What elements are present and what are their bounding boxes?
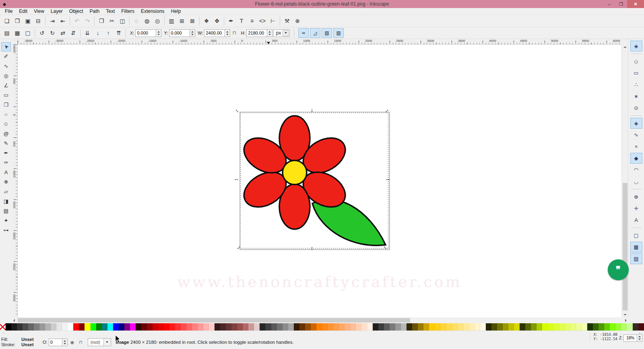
color-swatch[interactable] [316,323,322,331]
color-swatch[interactable] [621,323,627,331]
y-spinner[interactable] [190,29,195,37]
import-button[interactable]: ⇥ [47,16,58,26]
color-swatch[interactable] [175,323,181,331]
color-swatch[interactable] [604,323,610,331]
color-swatch[interactable] [440,323,446,331]
color-swatch[interactable] [610,323,615,331]
color-swatch[interactable] [169,323,175,331]
selection-handle-n[interactable]: ↕ [309,107,315,113]
color-swatch[interactable] [181,323,186,331]
color-swatch[interactable] [475,323,480,331]
snap-page-border-button[interactable]: ▢ [630,230,642,241]
text-tool[interactable]: A [1,168,11,177]
color-swatch[interactable] [226,323,231,331]
menu-view[interactable]: View [31,8,47,15]
color-swatch[interactable] [553,323,559,331]
scale-gradients-toggle[interactable]: ▧ [322,28,332,38]
selector-tool[interactable]: ➤ [1,42,11,51]
fill-stroke-indicator[interactable]: Fill:Unset Stroke:Unset [0,337,40,347]
color-swatch[interactable] [587,323,593,331]
box3d-tool[interactable]: ❒ [1,100,11,109]
align-dialog-button[interactable]: ⊢ [268,16,278,26]
fill-stroke-dialog-button[interactable]: ✒ [226,16,236,26]
snap-bbox-button[interactable]: ◇ [630,56,642,67]
color-swatch[interactable] [469,323,475,331]
layer-lock-icon[interactable]: ⊓ [77,339,85,346]
paste-button[interactable]: ◫ [117,16,128,26]
color-swatch[interactable] [412,323,418,331]
color-swatch[interactable] [378,323,384,331]
color-swatch[interactable] [322,323,328,331]
node-tool[interactable]: ✐ [1,52,11,61]
color-swatch[interactable] [91,323,96,331]
color-swatch[interactable] [119,323,124,331]
color-swatch[interactable] [384,323,390,331]
color-swatch[interactable] [328,323,333,331]
color-swatch[interactable] [373,323,378,331]
menu-filters[interactable]: Filters [118,8,138,15]
color-swatch[interactable] [186,323,192,331]
color-swatch[interactable] [141,323,147,331]
menu-file[interactable]: File [2,8,16,15]
connector-tool[interactable]: ⊶ [1,226,11,235]
xml-editor-button[interactable]: <> [257,16,268,26]
flip-vertical-button[interactable]: ⇵ [68,28,78,38]
color-swatch[interactable] [39,323,45,331]
color-swatch[interactable] [367,323,373,331]
select-all-button[interactable]: ▤ [2,28,12,38]
snap-enable-button[interactable]: ◈ [630,41,642,51]
color-swatch[interactable] [503,323,508,331]
copy-button[interactable]: ❒ [96,16,107,26]
color-swatch[interactable] [231,323,237,331]
color-swatch[interactable] [345,323,350,331]
snap-bbox-corners-button[interactable]: ∴ [630,79,642,90]
color-swatch[interactable] [158,323,164,331]
text-dialog-button[interactable]: T [236,16,247,26]
color-swatch[interactable] [203,323,209,331]
color-swatch[interactable] [633,323,638,331]
snap-nodes-button[interactable]: ◈ [630,118,642,129]
color-swatch[interactable] [361,323,367,331]
menu-layer[interactable]: Layer [47,8,66,15]
color-swatch[interactable] [339,323,345,331]
w-spinner[interactable] [225,29,230,37]
snap-paths-button[interactable]: ∿ [630,129,642,140]
color-swatch[interactable] [96,323,102,331]
snap-object-centers-button[interactable]: ⊕ [630,191,642,202]
snap-midpoints-button[interactable]: ◡ [630,176,642,187]
layer-visibility-icon[interactable]: ◉ [69,339,76,346]
export-button[interactable]: ⇤ [58,16,68,26]
rotate-cw-button[interactable]: ↻ [47,28,58,38]
color-swatch[interactable] [79,323,85,331]
deselect-button[interactable]: ▢ [23,28,33,38]
lower-button[interactable]: ↓ [93,28,103,38]
snap-path-intersections-button[interactable]: × [630,141,642,152]
document-properties-button[interactable]: ⊗ [292,16,303,26]
color-swatch[interactable] [576,323,582,331]
color-swatch[interactable] [271,323,277,331]
layer-dropdown[interactable]: (root) [88,338,111,346]
color-swatch[interactable] [283,323,288,331]
restore-button[interactable]: ❐ [615,0,627,8]
snap-text-baseline-button[interactable]: A [630,215,642,226]
color-swatch[interactable] [220,323,226,331]
color-swatch[interactable] [192,323,198,331]
duplicate-button[interactable]: ▥ [166,16,177,26]
scroll-right-icon[interactable] [625,319,627,322]
color-swatch[interactable] [305,323,311,331]
ellipse-tool[interactable]: ○ [1,110,11,119]
snap-cusp-nodes-button[interactable]: ◆ [630,153,642,164]
color-swatch[interactable] [102,323,107,331]
layers-dialog-button[interactable]: ≡ [247,16,257,26]
swatch-none[interactable] [0,323,6,331]
color-swatch[interactable] [260,323,265,331]
scroll-up-icon[interactable] [623,46,627,48]
snap-bbox-edges-button[interactable]: ▭ [630,68,642,78]
color-swatch[interactable] [333,323,339,331]
menu-object[interactable]: Object [66,8,87,15]
bezier-pen-tool[interactable]: ✒ [1,148,11,158]
cut-button[interactable]: ✂ [107,16,117,26]
zoom-tool[interactable]: ◎ [1,71,11,80]
color-swatch[interactable] [294,323,299,331]
color-swatch[interactable] [28,323,34,331]
